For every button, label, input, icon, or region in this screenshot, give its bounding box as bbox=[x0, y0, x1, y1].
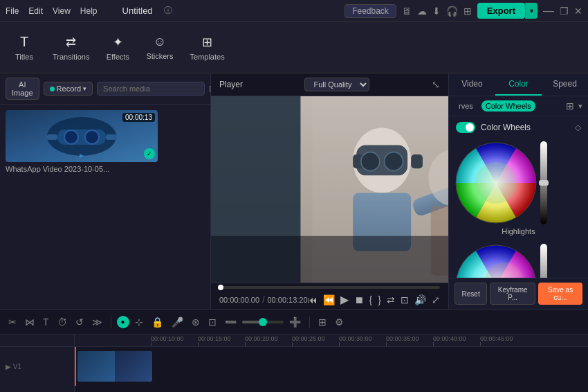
tool-transitions[interactable]: ⇄ Transitions bbox=[46, 30, 96, 65]
highlights-slider[interactable] bbox=[540, 141, 547, 224]
snap-icon[interactable]: ⊹ bbox=[132, 315, 146, 329]
keyframe-button[interactable]: Keyframe P... bbox=[490, 283, 535, 305]
menu-file[interactable]: File bbox=[6, 6, 19, 16]
midtones-slider-track[interactable] bbox=[540, 244, 547, 278]
record-button[interactable]: Record ▾ bbox=[44, 82, 93, 96]
midtones-slider[interactable] bbox=[540, 244, 547, 278]
color-wheels-header: Color Wheels ◇ bbox=[449, 116, 588, 139]
export-dropdown[interactable]: ▾ bbox=[525, 3, 538, 19]
highlights-wheel[interactable] bbox=[454, 141, 538, 224]
mark-out-icon[interactable]: } bbox=[378, 294, 381, 305]
list-item[interactable]: ▶ 00:00:13 ✓ WhatsApp Video 2023-10-05..… bbox=[6, 110, 158, 173]
tab-speed[interactable]: Speed bbox=[542, 73, 588, 96]
text-icon[interactable]: T bbox=[40, 315, 52, 329]
ruler-tick-1 bbox=[198, 342, 199, 346]
stop-icon[interactable]: ⏹ bbox=[354, 294, 364, 305]
color-wheels-toggle[interactable] bbox=[456, 122, 475, 133]
search-input[interactable] bbox=[97, 82, 205, 96]
cut-icon[interactable]: ✂ bbox=[6, 315, 19, 329]
tool-effects[interactable]: ✦ Effects bbox=[99, 30, 136, 65]
step-back-icon[interactable]: ⏮ bbox=[308, 294, 318, 305]
expand-player-icon[interactable]: ⤡ bbox=[432, 79, 440, 90]
svg-rect-6 bbox=[106, 134, 116, 140]
loop-icon[interactable]: ⇄ bbox=[387, 294, 395, 305]
highlights-slider-knob[interactable] bbox=[539, 180, 549, 186]
svg-rect-21 bbox=[211, 236, 448, 283]
titlebar: File Edit View Help Untitled ⓘ Feedback … bbox=[0, 0, 588, 22]
ruler-mark-4: 00:00:30:00 bbox=[339, 335, 386, 346]
time-wrap: 00:00:00.00 / 00:00:13:20 bbox=[219, 295, 308, 305]
export-button[interactable]: Export bbox=[477, 3, 525, 19]
sub-tab-colorwheels[interactable]: Color Wheels bbox=[481, 100, 535, 112]
ruler-label-6: 00:00:40:00 bbox=[433, 335, 466, 342]
ripple-icon[interactable]: ⋈ bbox=[22, 315, 37, 329]
menu-edit[interactable]: Edit bbox=[28, 6, 43, 16]
progress-dot bbox=[218, 285, 223, 290]
player-video[interactable] bbox=[211, 96, 448, 283]
plus-zoom-icon[interactable]: ➕ bbox=[286, 315, 304, 329]
zoom-knob[interactable] bbox=[259, 318, 267, 326]
tool-titles[interactable]: T Titles bbox=[6, 30, 43, 65]
close-button[interactable]: ✕ bbox=[574, 6, 582, 17]
monitor-icon[interactable]: 🖥 bbox=[402, 6, 412, 17]
highlights-section: Highlights bbox=[454, 141, 582, 235]
track-labels: ▶ V1 bbox=[0, 335, 75, 392]
expand-icon[interactable]: ⊞ bbox=[566, 100, 574, 112]
headphone-icon[interactable]: 🎧 bbox=[446, 6, 458, 17]
ruler-label-0: 00:00:10:00 bbox=[151, 335, 184, 342]
audio-icon[interactable]: ↺ bbox=[73, 315, 86, 329]
minus-zoom-icon[interactable]: ➖ bbox=[222, 315, 239, 329]
rewind-icon[interactable]: ⏪ bbox=[323, 294, 335, 305]
maximize-button[interactable]: ❐ bbox=[560, 6, 569, 17]
tab-video[interactable]: Video bbox=[449, 73, 495, 96]
fullscreen-icon[interactable]: ⤢ bbox=[432, 294, 440, 305]
video-frame bbox=[211, 96, 448, 283]
tool-stickers[interactable]: ☺ Stickers bbox=[139, 30, 180, 64]
ruler-mark-7: 00:00:45:00 bbox=[480, 335, 527, 346]
mark-in-icon[interactable]: { bbox=[369, 294, 373, 305]
timeline-tracks bbox=[75, 347, 588, 386]
cloud-icon[interactable]: ☁ bbox=[417, 6, 427, 17]
ruler-tick-2 bbox=[245, 342, 246, 346]
minimize-button[interactable]: — bbox=[543, 5, 554, 17]
effects-icon: ✦ bbox=[113, 35, 123, 50]
menu-view[interactable]: View bbox=[53, 6, 71, 16]
mic-icon[interactable]: 🎤 bbox=[169, 315, 186, 329]
ruler-label-2: 00:00:20:00 bbox=[245, 335, 278, 342]
record-timeline-button[interactable]: ● bbox=[117, 316, 129, 328]
ruler-spacer bbox=[0, 335, 74, 347]
right-panel-bottom: Reset Keyframe P... Save as cu... bbox=[449, 278, 588, 309]
sub-tabs-arrow[interactable]: ▾ bbox=[578, 102, 582, 111]
tab-color[interactable]: Color bbox=[495, 73, 542, 96]
play-icon[interactable]: ▶ bbox=[340, 293, 349, 306]
progress-bar[interactable] bbox=[219, 286, 440, 289]
grid-icon[interactable]: ⊞ bbox=[463, 6, 472, 17]
grid-timeline-icon[interactable]: ⊞ bbox=[315, 315, 329, 329]
more-tools-icon[interactable]: ≫ bbox=[89, 315, 105, 329]
download-icon[interactable]: ⬇ bbox=[432, 6, 441, 17]
settings-timeline-icon[interactable]: ⚙ bbox=[332, 315, 347, 329]
keyframe-diamond-icon[interactable]: ◇ bbox=[575, 123, 581, 132]
save-custom-button[interactable]: Save as cu... bbox=[538, 283, 582, 305]
timer-icon[interactable]: ⏱ bbox=[55, 315, 70, 329]
transition-icon[interactable]: ⊡ bbox=[205, 315, 219, 329]
feedback-button[interactable]: Feedback bbox=[344, 4, 396, 18]
crop-icon[interactable]: ⊡ bbox=[401, 294, 409, 305]
sub-tab-curves[interactable]: rves bbox=[454, 100, 477, 112]
left-panel: AI Image Record ▾ ⊟ ••• bbox=[0, 73, 211, 309]
zoom-track[interactable] bbox=[242, 321, 284, 323]
toolbar-separator bbox=[111, 317, 111, 328]
right-panel: Video Color Speed rves Color Wheels ⊞ ▾ … bbox=[448, 73, 588, 309]
highlights-slider-track[interactable] bbox=[540, 141, 547, 224]
menu-help[interactable]: Help bbox=[80, 6, 98, 16]
ai-image-button[interactable]: AI Image bbox=[6, 78, 39, 100]
marker-icon[interactable]: ⊛ bbox=[189, 315, 203, 329]
media-duration: 00:00:13 bbox=[122, 113, 155, 122]
reset-button[interactable]: Reset bbox=[454, 283, 487, 305]
video-clip[interactable] bbox=[77, 351, 152, 382]
tool-templates[interactable]: ⊞ Templates bbox=[183, 30, 232, 65]
quality-select[interactable]: Full Quality bbox=[304, 78, 369, 91]
volume-icon[interactable]: 🔊 bbox=[414, 294, 426, 305]
midtones-wheel[interactable] bbox=[454, 244, 538, 278]
lock-icon[interactable]: 🔒 bbox=[149, 315, 166, 329]
